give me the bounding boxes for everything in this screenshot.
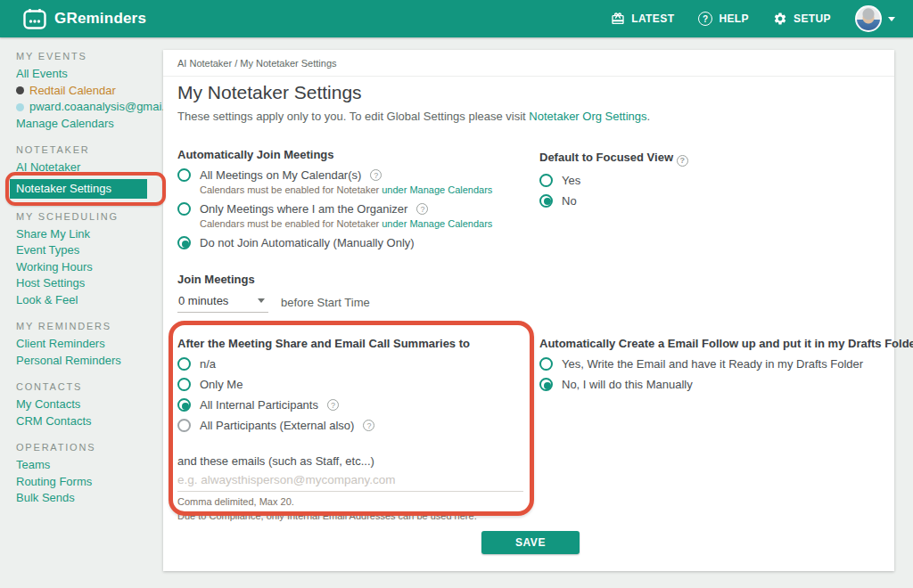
caret-down-icon xyxy=(258,298,265,303)
radio-all-meetings[interactable]: All Meetings on My Calendar(s) ? xyxy=(177,168,530,182)
radio-icon xyxy=(177,202,191,216)
auto-join-section: Automatically Join Meetings All Meetings… xyxy=(177,148,530,249)
radio-followup-yes[interactable]: Yes, Write the Email and have it Ready i… xyxy=(539,357,892,371)
sidebar-item-redtail-calendar[interactable]: Redtail Calendar xyxy=(16,83,163,100)
sidebar-item-host-settings[interactable]: Host Settings xyxy=(16,275,163,292)
gear-icon xyxy=(773,12,787,26)
radio-focused-yes[interactable]: Yes xyxy=(539,174,887,187)
minutes-select[interactable]: 0 minutes xyxy=(177,294,268,313)
emails-label: and these emails (such as Staff, etc...) xyxy=(177,454,525,468)
calendar-logo-icon xyxy=(23,8,46,29)
sidebar-section-my-scheduling: MY SCHEDULING xyxy=(16,211,163,222)
emails-input[interactable] xyxy=(177,470,523,492)
calendars-note: Calendars must be enabled for Notetaker … xyxy=(200,218,530,229)
sidebar-item-manage-calendars[interactable]: Manage Calendars xyxy=(16,116,163,133)
brand-logo[interactable]: GReminders xyxy=(23,8,146,29)
radio-icon xyxy=(539,357,553,371)
radio-all-internal[interactable]: All Internal Participants ? xyxy=(177,398,525,412)
join-meetings-controls: 0 minutes before Start Time xyxy=(177,294,525,313)
sidebar: MY EVENTS All Events Redtail Calendar pw… xyxy=(0,37,163,588)
main-content-card: AI Notetaker / My Notetaker Settings My … xyxy=(163,50,894,571)
under-manage-calendars-link[interactable]: under Manage Calendars xyxy=(382,184,492,195)
before-start-time-label: before Start Time xyxy=(281,296,370,313)
radio-followup-no[interactable]: No, I will do this Manually xyxy=(539,378,892,391)
latest-button[interactable]: LATEST xyxy=(611,12,674,26)
sidebar-section-my-reminders: MY REMINDERS xyxy=(16,321,163,331)
greminders-app: GReminders LATEST ? HELP SETUP xyxy=(0,0,913,588)
brand-name: GReminders xyxy=(54,10,146,28)
radio-icon-checked xyxy=(539,194,553,208)
share-summaries-heading: After the Meeting Share and Email Call S… xyxy=(177,337,525,350)
join-meetings-heading: Join Meetings xyxy=(177,273,525,286)
sidebar-item-personal-reminders[interactable]: Personal Reminders xyxy=(16,353,163,370)
radio-icon xyxy=(177,419,191,432)
help-button[interactable]: ? HELP xyxy=(698,12,749,26)
page-subtitle: These settings apply only to you. To edi… xyxy=(177,110,650,123)
avatar xyxy=(855,5,882,32)
setup-button[interactable]: SETUP xyxy=(773,12,831,26)
setup-label: SETUP xyxy=(794,12,831,25)
radio-all-participants[interactable]: All Participants (External also) ? xyxy=(177,419,525,432)
share-summaries-section: After the Meeting Share and Email Call S… xyxy=(177,337,525,522)
calendars-note: Calendars must be enabled for Notetaker … xyxy=(200,184,530,195)
sidebar-item-routing-forms[interactable]: Routing Forms xyxy=(16,474,163,491)
radio-only-me[interactable]: Only Me xyxy=(177,378,525,391)
sidebar-item-notetaker-settings[interactable]: Notetaker Settings xyxy=(10,179,147,199)
help-icon: ? xyxy=(698,12,712,26)
radio-icon-checked xyxy=(177,236,191,249)
sidebar-item-ai-notetaker[interactable]: AI Notetaker xyxy=(16,159,163,176)
sidebar-item-teams[interactable]: Teams xyxy=(16,457,163,474)
radio-icon xyxy=(177,378,191,391)
auto-join-heading: Automatically Join Meetings xyxy=(177,148,530,161)
sidebar-item-client-reminders[interactable]: Client Reminders xyxy=(16,336,163,353)
radio-icon xyxy=(177,357,191,371)
radio-icon xyxy=(177,168,191,182)
caret-down-icon xyxy=(888,17,895,21)
sidebar-item-my-contacts[interactable]: My Contacts xyxy=(16,396,163,413)
sidebar-item-event-types[interactable]: Event Types xyxy=(16,242,163,259)
help-icon: ? xyxy=(363,420,374,431)
emails-hint-1: Comma delimited, Max 20. xyxy=(177,496,525,508)
help-icon: ? xyxy=(416,203,428,215)
radio-icon xyxy=(539,174,553,187)
sidebar-item-bulk-sends[interactable]: Bulk Sends xyxy=(16,490,163,507)
notetaker-settings-wrap: Notetaker Settings xyxy=(16,179,163,199)
gift-icon xyxy=(611,12,625,26)
join-meetings-section: Join Meetings 0 minutes before Start Tim… xyxy=(177,273,525,313)
email-followup-section: Automatically Create a Email Follow up a… xyxy=(539,337,892,391)
sidebar-item-look-feel[interactable]: Look & Feel xyxy=(16,292,163,309)
notetaker-org-settings-link[interactable]: Notetaker Org Settings xyxy=(529,110,646,123)
sidebar-item-all-events[interactable]: All Events xyxy=(16,66,163,83)
calendar-color-dot-dark xyxy=(16,86,24,94)
radio-organizer-only[interactable]: Only Meetings where I am the Organizer ? xyxy=(177,202,530,216)
emails-hint-2: Due to Compliance, only Internal Email A… xyxy=(177,510,525,522)
radio-na[interactable]: n/a xyxy=(177,357,525,371)
page-title: My Notetaker Settings xyxy=(177,82,362,103)
focused-view-section: Default to Focused View ? Yes No xyxy=(539,151,887,208)
help-label: HELP xyxy=(719,12,749,25)
help-icon: ? xyxy=(677,155,688,167)
latest-label: LATEST xyxy=(631,12,674,25)
focused-view-heading: Default to Focused View ? xyxy=(539,151,887,167)
sidebar-section-my-events: MY EVENTS xyxy=(16,51,163,61)
sidebar-item-share-my-link[interactable]: Share My Link xyxy=(16,226,163,243)
sidebar-section-notetaker: NOTETAKER xyxy=(16,144,163,155)
sidebar-section-contacts: CONTACTS xyxy=(16,381,163,392)
radio-do-not-join[interactable]: Do not Join Automatically (Manually Only… xyxy=(177,236,530,249)
save-button[interactable]: SAVE xyxy=(481,531,580,554)
sidebar-item-pward-calendar[interactable]: pward.coaanalysis@gmai... xyxy=(16,99,163,116)
radio-icon-checked xyxy=(177,398,191,412)
user-menu[interactable] xyxy=(855,5,895,32)
radio-focused-no[interactable]: No xyxy=(539,194,887,208)
topbar: GReminders LATEST ? HELP SETUP xyxy=(0,0,913,37)
sidebar-item-crm-contacts[interactable]: CRM Contacts xyxy=(16,413,163,430)
help-icon: ? xyxy=(327,399,339,411)
topbar-nav: LATEST ? HELP SETUP xyxy=(611,5,895,32)
radio-icon-checked xyxy=(539,378,553,391)
email-followup-heading: Automatically Create a Email Follow up a… xyxy=(539,337,892,350)
help-icon: ? xyxy=(370,169,382,181)
sidebar-section-operations: OPERATIONS xyxy=(16,442,163,453)
calendar-color-dot-blue xyxy=(16,103,24,111)
under-manage-calendars-link[interactable]: under Manage Calendars xyxy=(382,218,492,229)
sidebar-item-working-hours[interactable]: Working Hours xyxy=(16,259,163,276)
